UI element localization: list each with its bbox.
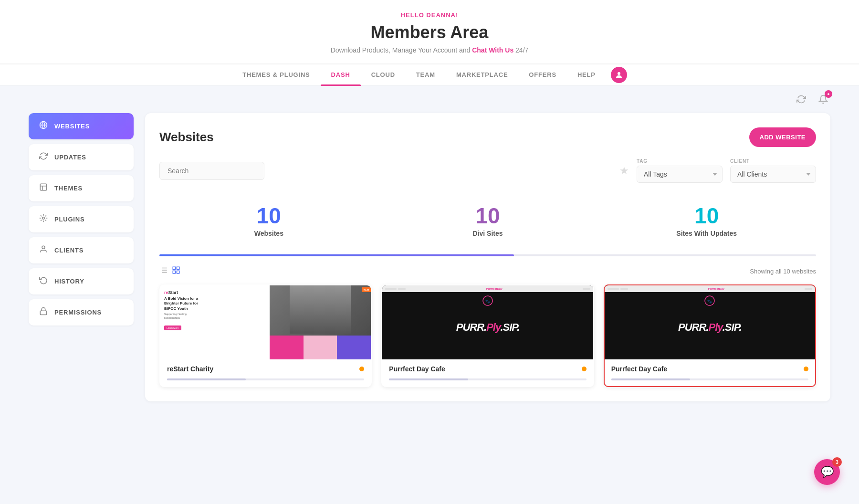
card-name-restart: reStart Charity bbox=[167, 365, 213, 373]
progress-bar bbox=[159, 254, 816, 256]
view-toggle bbox=[159, 266, 180, 277]
sidebar-item-clients[interactable]: CLIENTS bbox=[29, 237, 134, 263]
tab-cloud[interactable]: CLOUD bbox=[361, 64, 406, 85]
tab-themes-plugins[interactable]: THEMES & PLUGINS bbox=[232, 64, 320, 85]
card-restart-charity[interactable]: reStart A Bold Vision for aBrighter Futu… bbox=[159, 284, 372, 387]
card-status-dot-purr1 bbox=[582, 367, 587, 371]
websites-icon bbox=[38, 121, 49, 132]
svg-rect-16 bbox=[173, 271, 175, 273]
tab-dash[interactable]: DASH bbox=[321, 64, 361, 85]
svg-text:🐾: 🐾 bbox=[707, 299, 712, 304]
search-input[interactable] bbox=[159, 162, 264, 180]
stat-websites-number: 10 bbox=[159, 205, 378, 227]
stat-divi-number: 10 bbox=[378, 205, 597, 227]
sidebar-label-permissions: PERMISSIONS bbox=[54, 309, 102, 316]
list-view-icon[interactable] bbox=[159, 266, 168, 277]
main-layout: WEBSITES UPDATES THEMES PLUGINS CLIENTS bbox=[0, 113, 859, 420]
page-title: Members Area bbox=[0, 22, 859, 42]
chat-icon: 💬 bbox=[821, 466, 834, 478]
svg-rect-14 bbox=[177, 267, 179, 269]
add-website-button[interactable]: ADD WEBSITE bbox=[749, 127, 817, 147]
tab-offers[interactable]: OFFERS bbox=[518, 64, 567, 85]
purr-text-1: PURR.Ply.SIP. bbox=[456, 321, 520, 334]
card-purrfect-2[interactable]: PurrfectDay 🐾 PURR.Ply.SIP. Purrfect bbox=[604, 284, 816, 387]
client-label: CLIENT bbox=[730, 158, 816, 164]
card-image-purr1: PurrfectDay 🐾 PURR.Ply.SIP. bbox=[382, 285, 593, 359]
permissions-icon bbox=[38, 307, 49, 318]
svg-point-4 bbox=[42, 217, 45, 220]
sidebar: WEBSITES UPDATES THEMES PLUGINS CLIENTS bbox=[29, 113, 134, 401]
stat-divi: 10 Divi Sites bbox=[378, 197, 597, 245]
grid-header: Showing all 10 websites bbox=[159, 266, 816, 277]
chat-bubble[interactable]: 💬 3 bbox=[814, 459, 840, 485]
toolbar: ● bbox=[0, 85, 859, 113]
stat-updates: 10 Sites With Updates bbox=[597, 197, 816, 245]
plugins-icon bbox=[38, 214, 49, 225]
tab-help[interactable]: HELP bbox=[567, 64, 606, 85]
card-name-purr1: Purrfect Day Cafe bbox=[389, 365, 445, 373]
cards-grid: reStart A Bold Vision for aBrighter Futu… bbox=[159, 284, 816, 387]
svg-point-5 bbox=[42, 246, 45, 249]
card-bar-purr2 bbox=[611, 378, 808, 380]
svg-rect-13 bbox=[173, 267, 175, 269]
grid-view-icon[interactable] bbox=[172, 266, 180, 277]
showing-count: Showing all 10 websites bbox=[750, 268, 816, 275]
refresh-button[interactable] bbox=[794, 92, 808, 106]
client-select[interactable]: All Clients bbox=[730, 166, 816, 183]
client-filter-group: CLIENT All Clients bbox=[730, 158, 816, 183]
stat-divi-label: Divi Sites bbox=[378, 230, 597, 237]
updates-icon bbox=[38, 152, 49, 163]
card-status-dot-purr2 bbox=[804, 367, 808, 371]
card-name-purr2: Purrfect Day Cafe bbox=[611, 365, 668, 373]
history-icon bbox=[38, 276, 49, 287]
purr-text-2: PURR.Ply.SIP. bbox=[678, 321, 742, 334]
stat-websites-label: Websites bbox=[159, 230, 378, 237]
card-footer-purr2: Purrfect Day Cafe bbox=[605, 359, 815, 378]
content-area: Websites ADD WEBSITE ★ TAG All Tags CLIE… bbox=[145, 113, 830, 401]
clients-icon bbox=[38, 245, 49, 256]
stat-websites: 10 Websites bbox=[159, 197, 378, 245]
card-bar-purr1 bbox=[389, 378, 586, 380]
tab-team[interactable]: TEAM bbox=[406, 64, 446, 85]
svg-rect-15 bbox=[177, 271, 179, 273]
subtitle-suffix: 24/7 bbox=[515, 46, 528, 54]
content-header: Websites ADD WEBSITE bbox=[159, 127, 816, 147]
tag-select[interactable]: All Tags bbox=[637, 166, 723, 183]
svg-text:🐾: 🐾 bbox=[485, 299, 490, 304]
favorite-filter[interactable]: ★ bbox=[619, 165, 629, 177]
notification-badge: ● bbox=[825, 90, 832, 98]
stat-updates-label: Sites With Updates bbox=[597, 230, 816, 237]
sidebar-label-clients: CLIENTS bbox=[54, 247, 84, 254]
card-footer-restart: reStart Charity bbox=[160, 359, 371, 378]
sidebar-label-updates: UPDATES bbox=[54, 154, 86, 161]
sidebar-item-history[interactable]: HISTORY bbox=[29, 268, 134, 294]
tag-label: TAG bbox=[637, 158, 723, 164]
filters-row: ★ TAG All Tags CLIENT All Clients bbox=[159, 158, 816, 183]
card-image-restart: reStart A Bold Vision for aBrighter Futu… bbox=[160, 285, 371, 359]
svg-point-0 bbox=[618, 72, 620, 75]
svg-rect-3 bbox=[40, 184, 47, 190]
card-footer-purr1: Purrfect Day Cafe bbox=[382, 359, 593, 378]
sidebar-item-updates[interactable]: UPDATES bbox=[29, 144, 134, 170]
sidebar-label-plugins: PLUGINS bbox=[54, 216, 84, 223]
stat-updates-number: 10 bbox=[597, 205, 816, 227]
nav-tabs: THEMES & PLUGINS DASH CLOUD TEAM MARKETP… bbox=[0, 63, 859, 85]
card-status-dot bbox=[359, 367, 364, 371]
sidebar-label-websites: WEBSITES bbox=[54, 123, 90, 130]
chat-badge: 3 bbox=[832, 457, 842, 467]
notification-button[interactable]: ● bbox=[816, 92, 830, 106]
sidebar-item-permissions[interactable]: PERMISSIONS bbox=[29, 299, 134, 326]
subtitle-text: Download Products, Manage Your Account a… bbox=[331, 46, 471, 54]
chat-link[interactable]: Chat With Us bbox=[472, 46, 513, 54]
user-avatar[interactable] bbox=[611, 67, 627, 83]
card-purrfect-1[interactable]: PurrfectDay 🐾 PURR.Ply.SIP. Purrfect bbox=[381, 284, 594, 387]
sidebar-item-themes[interactable]: THEMES bbox=[29, 175, 134, 201]
sidebar-item-websites[interactable]: WEBSITES bbox=[29, 113, 134, 139]
tag-filter-group: TAG All Tags bbox=[637, 158, 723, 183]
themes-icon bbox=[38, 183, 49, 194]
sidebar-label-themes: THEMES bbox=[54, 185, 83, 192]
svg-rect-6 bbox=[40, 311, 47, 315]
top-header: HELLO DEANNA! Members Area Download Prod… bbox=[0, 0, 859, 85]
sidebar-item-plugins[interactable]: PLUGINS bbox=[29, 206, 134, 232]
tab-marketplace[interactable]: MARKETPLACE bbox=[446, 64, 518, 85]
